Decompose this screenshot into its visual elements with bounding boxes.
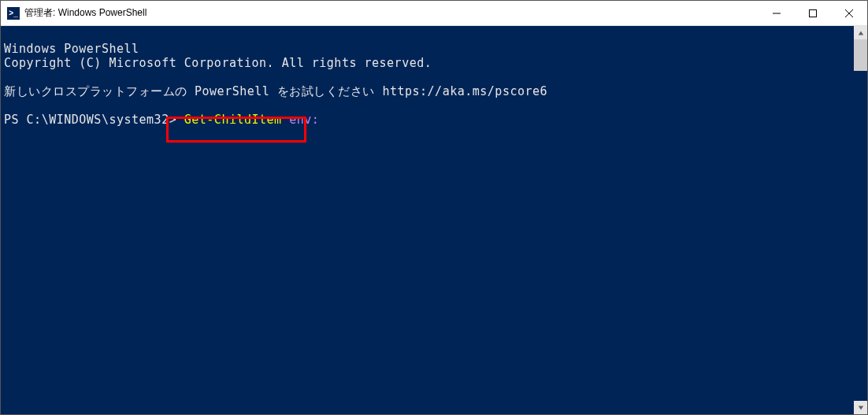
minimize-button[interactable] — [759, 1, 795, 25]
window-controls — [759, 1, 867, 25]
maximize-button[interactable] — [795, 1, 831, 25]
scrollbar[interactable] — [854, 26, 867, 414]
scroll-down-button[interactable] — [854, 401, 867, 414]
svg-marker-4 — [858, 31, 862, 35]
command-cmdlet: Get-ChildItem — [184, 113, 282, 127]
scroll-thumb[interactable] — [854, 39, 867, 71]
svg-marker-5 — [858, 406, 862, 409]
close-button[interactable] — [831, 1, 867, 25]
command-space — [282, 113, 290, 127]
app-icon: >_ — [7, 7, 20, 20]
scroll-up-button[interactable] — [854, 26, 867, 39]
powershell-icon: >_ — [9, 9, 17, 17]
header-line-2: Copyright (C) Microsoft Corporation. All… — [4, 56, 432, 70]
console-content[interactable]: Windows PowerShell Copyright (C) Microso… — [1, 26, 854, 414]
command-arg: env: — [289, 113, 319, 127]
titlebar: >_ 管理者: Windows PowerShell — [1, 1, 867, 26]
powershell-window: >_ 管理者: Windows PowerShell Windows Power… — [0, 0, 868, 415]
console-area: Windows PowerShell Copyright (C) Microso… — [1, 26, 867, 414]
window-title: 管理者: Windows PowerShell — [24, 6, 759, 20]
header-line-1: Windows PowerShell — [4, 42, 139, 56]
banner-line: 新しいクロスプラットフォームの PowerShell をお試しください http… — [4, 84, 547, 98]
prompt-text: PS C:\WINDOWS\system32> — [4, 113, 184, 127]
prompt-line: PS C:\WINDOWS\system32> Get-ChildItem en… — [4, 113, 319, 127]
svg-rect-1 — [810, 9, 817, 17]
